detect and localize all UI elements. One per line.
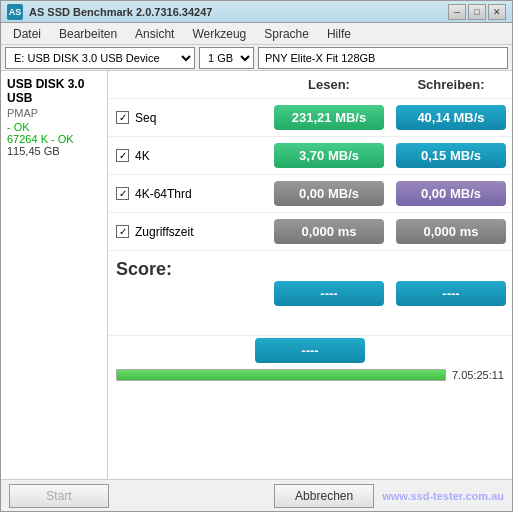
- title-controls: ─ □ ✕: [448, 4, 506, 20]
- main-content: USB DISK 3.0 USB PMAP - OK 67264 K - OK …: [1, 71, 512, 479]
- score-total-badge: ----: [255, 338, 365, 363]
- left-ok1: - OK: [7, 121, 101, 133]
- left-panel: USB DISK 3.0 USB PMAP - OK 67264 K - OK …: [1, 71, 108, 479]
- title-bar: AS AS SSD Benchmark 2.0.7316.34247 ─ □ ✕: [1, 1, 512, 23]
- zugriffszeit-label: Zugriffszeit: [135, 225, 193, 239]
- right-panel: Lesen: Schreiben: ✓ Seq 231,21 MB/s 40,1…: [108, 71, 512, 479]
- 4k-lesen-badge: 3,70 MB/s: [274, 143, 384, 168]
- left-size: 115,45 GB: [7, 145, 101, 157]
- menu-ansicht[interactable]: Ansicht: [127, 25, 182, 43]
- progress-bar-outer: [116, 369, 446, 381]
- row-zugriffszeit-label: ✓ Zugriffszeit: [108, 221, 268, 243]
- close-button[interactable]: ✕: [488, 4, 506, 20]
- progress-time: 7.05:25:11: [452, 369, 504, 381]
- toolbar: E: USB DISK 3.0 USB Device 1 GB PNY Elit…: [1, 45, 512, 71]
- maximize-button[interactable]: □: [468, 4, 486, 20]
- 4k-schreiben-cell: 0,15 MB/s: [390, 139, 512, 172]
- left-ok2: 67264 K - OK: [7, 133, 101, 145]
- bottom-bar: Start Abbrechen www.ssd-tester.com.au: [1, 479, 512, 511]
- zugriffszeit-schreiben-cell: 0,000 ms: [390, 215, 512, 248]
- 4k-lesen-cell: 3,70 MB/s: [268, 139, 390, 172]
- watermark: www.ssd-tester.com.au: [382, 490, 504, 502]
- left-panel-title: USB DISK 3.0 USB: [7, 77, 101, 105]
- score-schreiben-badge: ----: [396, 281, 506, 306]
- row-zugriffszeit: ✓ Zugriffszeit 0,000 ms 0,000 ms: [108, 213, 512, 251]
- row-seq-label: ✓ Seq: [108, 107, 268, 129]
- 4k64thrd-lesen-cell: 0,00 MB/s: [268, 177, 390, 210]
- size-select[interactable]: 1 GB: [199, 47, 254, 69]
- menu-hilfe[interactable]: Hilfe: [319, 25, 359, 43]
- menu-bar: Datei Bearbeiten Ansicht Werkzeug Sprach…: [1, 23, 512, 45]
- seq-label: Seq: [135, 111, 156, 125]
- menu-bearbeiten[interactable]: Bearbeiten: [51, 25, 125, 43]
- header-schreiben: Schreiben:: [390, 71, 512, 98]
- zugriffszeit-schreiben-badge: 0,000 ms: [396, 219, 506, 244]
- progress-section: 7.05:25:11: [108, 365, 512, 385]
- zugriffszeit-checkbox[interactable]: ✓: [116, 225, 129, 238]
- row-4k64thrd: ✓ 4K-64Thrd 0,00 MB/s 0,00 MB/s: [108, 175, 512, 213]
- minimize-button[interactable]: ─: [448, 4, 466, 20]
- menu-werkzeug[interactable]: Werkzeug: [184, 25, 254, 43]
- seq-schreiben-cell: 40,14 MB/s: [390, 101, 512, 134]
- 4k64thrd-schreiben-badge: 0,00 MB/s: [396, 181, 506, 206]
- score-lesen-col: ----: [268, 251, 390, 335]
- row-seq: ✓ Seq 231,21 MB/s 40,14 MB/s: [108, 99, 512, 137]
- seq-schreiben-badge: 40,14 MB/s: [396, 105, 506, 130]
- seq-checkbox[interactable]: ✓: [116, 111, 129, 124]
- abbrechen-button[interactable]: Abbrechen: [274, 484, 374, 508]
- zugriffszeit-lesen-badge: 0,000 ms: [274, 219, 384, 244]
- header-lesen: Lesen:: [268, 71, 390, 98]
- score-section: Score: ---- ----: [108, 251, 512, 336]
- 4k-checkbox[interactable]: ✓: [116, 149, 129, 162]
- zugriffszeit-lesen-cell: 0,000 ms: [268, 215, 390, 248]
- results-header: Lesen: Schreiben:: [108, 71, 512, 99]
- score-label: Score:: [108, 251, 268, 335]
- left-pmap: PMAP: [7, 107, 101, 119]
- disk-name-display: PNY Elite-X Fit 128GB: [258, 47, 508, 69]
- 4k64thrd-label: 4K-64Thrd: [135, 187, 192, 201]
- score-total-row: ----: [108, 336, 512, 365]
- start-button[interactable]: Start: [9, 484, 109, 508]
- progress-bar-inner: [117, 370, 445, 380]
- title-bar-left: AS AS SSD Benchmark 2.0.7316.34247: [7, 4, 212, 20]
- row-4k: ✓ 4K 3,70 MB/s 0,15 MB/s: [108, 137, 512, 175]
- score-schreiben-col: ----: [390, 251, 512, 335]
- main-window: AS AS SSD Benchmark 2.0.7316.34247 ─ □ ✕…: [0, 0, 513, 512]
- app-icon: AS: [7, 4, 23, 20]
- row-4k-label: ✓ 4K: [108, 145, 268, 167]
- seq-lesen-badge: 231,21 MB/s: [274, 105, 384, 130]
- 4k64thrd-checkbox[interactable]: ✓: [116, 187, 129, 200]
- row-4k64thrd-label: ✓ 4K-64Thrd: [108, 183, 268, 205]
- seq-lesen-cell: 231,21 MB/s: [268, 101, 390, 134]
- 4k-label: 4K: [135, 149, 150, 163]
- disk-select[interactable]: E: USB DISK 3.0 USB Device: [5, 47, 195, 69]
- score-lesen-badge: ----: [274, 281, 384, 306]
- 4k64thrd-lesen-badge: 0,00 MB/s: [274, 181, 384, 206]
- header-col1: [108, 71, 268, 98]
- 4k-schreiben-badge: 0,15 MB/s: [396, 143, 506, 168]
- menu-datei[interactable]: Datei: [5, 25, 49, 43]
- 4k64thrd-schreiben-cell: 0,00 MB/s: [390, 177, 512, 210]
- window-title: AS SSD Benchmark 2.0.7316.34247: [29, 6, 212, 18]
- menu-sprache[interactable]: Sprache: [256, 25, 317, 43]
